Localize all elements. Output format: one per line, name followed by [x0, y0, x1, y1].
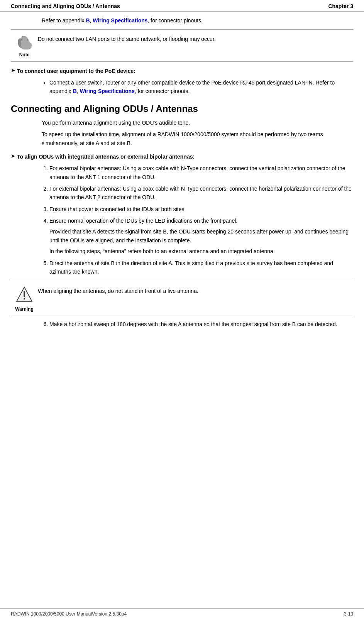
bullet-link-wiring[interactable]: Wiring Specifications: [80, 88, 135, 94]
step-3: Ensure that power is connected to the ID…: [49, 205, 353, 213]
note-icon-container: Note: [11, 34, 38, 58]
arrow-symbol: ➤: [11, 67, 17, 73]
big-section-title: Connecting and Aligning ODUs / Antennas: [11, 103, 353, 115]
footer-left: RADWIN 1000/2000/5000 User ManualVersion…: [11, 611, 127, 617]
body-para-1: You perform antenna alignment using the …: [42, 118, 353, 127]
intro-link-b[interactable]: B: [86, 17, 90, 24]
step-5: Direct the antenna of site B in the dire…: [49, 259, 353, 276]
intro-text-after: , for connector pinouts.: [148, 17, 203, 24]
page-header: Connecting and Aligning ODUs / Antennas …: [0, 0, 364, 12]
numbered-steps-list: For external bipolar antennas: Using a c…: [42, 164, 353, 276]
note-box: Note Do not connect two LAN ports to the…: [11, 29, 353, 62]
bullet-text-end: , for connector pinouts.: [135, 88, 190, 94]
note-hand-icon: [16, 34, 33, 51]
header-right: Chapter 3: [328, 3, 353, 9]
step-4: Ensure normal operation of the IDUs by t…: [49, 216, 353, 256]
main-content: Refer to appendix B, Wiring Specificatio…: [0, 12, 364, 609]
svg-rect-5: [24, 298, 25, 300]
page-wrapper: Connecting and Aligning ODUs / Antennas …: [0, 0, 364, 619]
step-2-text: For external bipolar antennas: Using a c…: [49, 186, 352, 200]
warning-label: Warning: [15, 306, 34, 312]
page-footer: RADWIN 1000/2000/5000 User ManualVersion…: [0, 609, 364, 619]
svg-rect-4: [24, 291, 25, 297]
body-para-2: To speed up the installation time, align…: [42, 130, 353, 147]
step-6-text: Make a horizontal sweep of 180 degrees w…: [49, 321, 337, 327]
note-text: Do not connect two LAN ports to the same…: [38, 34, 353, 43]
warning-icon-container: Warning: [11, 284, 38, 312]
step-4-sub-para-2: In the following steps, “antenna” refers…: [49, 247, 353, 255]
note-label: Note: [19, 52, 30, 58]
align-arrow-symbol: ➤: [11, 153, 17, 159]
footer-right: 3-13: [344, 611, 353, 617]
align-heading-text: To align ODUs with integrated antennas o…: [17, 153, 195, 161]
warning-triangle-icon: [16, 286, 33, 305]
poe-bullet-item: Connect a user switch, router or any oth…: [49, 78, 353, 96]
warning-box: Warning When aligning the antennas, do n…: [11, 280, 353, 316]
step-3-text: Ensure that power is connected to the ID…: [49, 206, 186, 212]
intro-link-wiring[interactable]: Wiring Specifications: [93, 17, 147, 24]
poe-section-heading: ➤ To connect user equipment to the PoE d…: [11, 67, 353, 75]
step-1: For external bipolar antennas: Using a c…: [49, 164, 353, 181]
step-2: For external bipolar antennas: Using a c…: [49, 184, 353, 202]
step-6: Make a horizontal sweep of 180 degrees w…: [49, 320, 353, 328]
header-left: Connecting and Aligning ODUs / Antennas: [11, 3, 120, 9]
step-5-text: Direct the antenna of site B in the dire…: [49, 260, 333, 275]
bullet-text-mid: ,: [77, 88, 80, 94]
bullet-link-b[interactable]: B: [73, 88, 77, 94]
intro-paragraph: Refer to appendix B, Wiring Specificatio…: [42, 17, 353, 25]
step-4-text: Ensure normal operation of the IDUs by t…: [49, 218, 237, 224]
step6-list: Make a horizontal sweep of 180 degrees w…: [42, 320, 353, 328]
poe-bullet-list: Connect a user switch, router or any oth…: [49, 78, 353, 96]
step-4-sub-para-1: Provided that site A detects the signal …: [49, 227, 353, 245]
poe-heading-text: To connect user equipment to the PoE dev…: [17, 67, 135, 75]
intro-text-before: Refer to appendix: [42, 17, 86, 24]
warning-text: When aligning the antennas, do not stand…: [38, 284, 353, 295]
align-section-heading: ➤ To align ODUs with integrated antennas…: [11, 153, 353, 161]
step-1-text: For external bipolar antennas: Using a c…: [49, 165, 345, 180]
